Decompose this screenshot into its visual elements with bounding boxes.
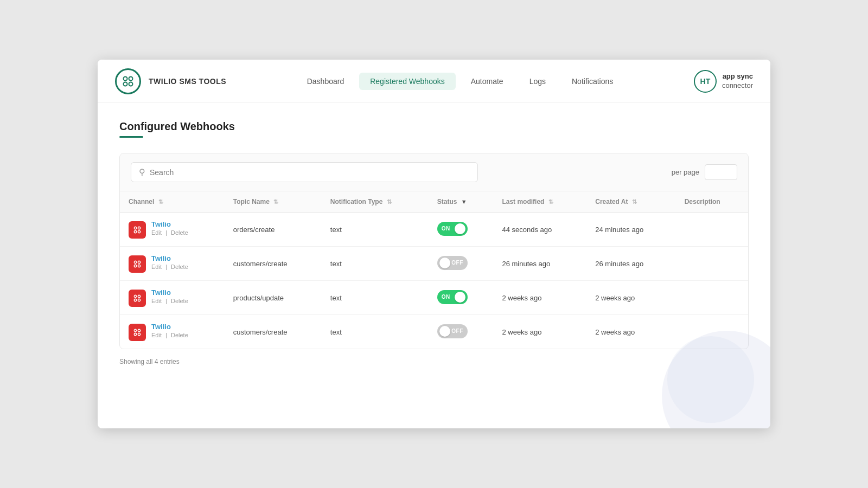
edit-link-3[interactable]: Edit: [151, 332, 162, 338]
table-row: Twilio Edit | Delete products/update tex…: [120, 281, 748, 315]
cell-status-2: ON: [429, 281, 494, 315]
toggle-label-1: OFF: [451, 260, 463, 266]
cell-status-1: OFF: [429, 247, 494, 281]
title-underline: [119, 136, 143, 138]
sort-icon-last-modified: ⇅: [548, 198, 553, 206]
nav-bar: TWILIO SMS TOOLS Dashboard Registered We…: [98, 60, 770, 103]
delete-link-0[interactable]: Delete: [171, 229, 188, 236]
table-container: ⚲ per page 10 Channel ⇅: [119, 153, 749, 349]
toggle-2[interactable]: ON: [437, 290, 468, 304]
svg-point-12: [134, 295, 136, 297]
edit-link-2[interactable]: Edit: [151, 298, 162, 304]
delete-link-2[interactable]: Delete: [171, 298, 188, 304]
toggle-knob-3: [439, 326, 450, 337]
svg-point-3: [129, 82, 133, 86]
toggle-label-0: ON: [442, 226, 450, 232]
svg-point-4: [134, 227, 136, 229]
svg-point-13: [138, 295, 140, 297]
table-header-row: Channel ⇅ Topic Name ⇅ Notification Type…: [120, 191, 748, 213]
cell-description-2: [676, 281, 748, 315]
svg-point-15: [138, 299, 140, 301]
svg-point-16: [134, 329, 136, 331]
toggle-1[interactable]: OFF: [437, 256, 468, 270]
cell-created-at-2: 2 weeks ago: [586, 281, 675, 315]
toggle-wrap-0: ON: [437, 222, 468, 236]
channel-icon-0: [129, 221, 146, 239]
toggle-label-2: ON: [442, 294, 450, 300]
channel-actions-1: Edit | Delete: [151, 264, 188, 270]
logo-text: TWILIO SMS TOOLS: [149, 77, 226, 86]
svg-point-7: [138, 230, 140, 233]
channel-icon-3: [129, 324, 146, 341]
page-content: Configured Webhooks ⚲ per page 10: [98, 103, 770, 428]
user-app-sub: connector: [722, 81, 753, 89]
cell-topic-3: customers/create: [225, 315, 322, 349]
cell-topic-1: customers/create: [225, 247, 322, 281]
svg-point-11: [138, 265, 140, 267]
cell-topic-0: orders/create: [225, 213, 322, 247]
svg-point-6: [134, 230, 136, 233]
sort-icon-created-at: ⇅: [632, 198, 637, 206]
nav-registered-webhooks[interactable]: Registered Webhooks: [359, 73, 455, 90]
channel-name-0: Twilio: [151, 220, 188, 228]
table-row: Twilio Edit | Delete orders/create text …: [120, 213, 748, 247]
divider-1: |: [165, 264, 167, 270]
nav-dashboard[interactable]: Dashboard: [296, 73, 355, 90]
cell-description-3: [676, 315, 748, 349]
toggle-0[interactable]: ON: [437, 222, 468, 236]
delete-link-1[interactable]: Delete: [171, 264, 188, 270]
webhooks-table: Channel ⇅ Topic Name ⇅ Notification Type…: [120, 191, 748, 349]
nav-automate[interactable]: Automate: [460, 73, 514, 90]
toggle-label-3: OFF: [451, 328, 463, 334]
col-created-at: Created At ⇅: [586, 191, 675, 213]
table-row: Twilio Edit | Delete customers/create te…: [120, 315, 748, 349]
cell-last-modified-2: 2 weeks ago: [493, 281, 586, 315]
user-label: app sync connector: [722, 72, 753, 91]
svg-point-0: [124, 76, 127, 80]
cell-last-modified-3: 2 weeks ago: [493, 315, 586, 349]
footer-entries: Showing all 4 entries: [119, 349, 749, 365]
toggle-3[interactable]: OFF: [437, 324, 468, 338]
avatar[interactable]: HT: [694, 70, 717, 93]
toggle-wrap-2: ON: [437, 290, 468, 304]
nav-logs[interactable]: Logs: [519, 73, 557, 90]
search-input-wrap: ⚲: [131, 162, 478, 182]
search-icon: ⚲: [139, 167, 145, 177]
edit-link-0[interactable]: Edit: [151, 229, 162, 236]
col-last-modified: Last modified ⇅: [493, 191, 586, 213]
nav-notifications[interactable]: Notifications: [561, 73, 624, 90]
channel-info-3: Twilio Edit | Delete: [151, 323, 188, 338]
svg-point-8: [134, 261, 136, 263]
cell-channel-1: Twilio Edit | Delete: [120, 247, 225, 281]
toggle-knob-0: [455, 223, 465, 234]
col-topic-name: Topic Name ⇅: [225, 191, 322, 213]
cell-created-at-0: 24 minutes ago: [586, 213, 675, 247]
divider-2: |: [165, 298, 167, 304]
per-page-input[interactable]: 10: [705, 164, 737, 180]
col-description: Description: [676, 191, 748, 213]
sort-icon-channel: ⇅: [158, 198, 163, 206]
sort-icon-status: ▼: [461, 198, 467, 205]
channel-name-3: Twilio: [151, 323, 188, 331]
channel-actions-2: Edit | Delete: [151, 298, 188, 304]
browser-window: TWILIO SMS TOOLS Dashboard Registered We…: [98, 60, 770, 428]
cell-notif-type-0: text: [322, 213, 429, 247]
sort-icon-topic: ⇅: [273, 198, 278, 206]
edit-link-1[interactable]: Edit: [151, 264, 162, 270]
search-input[interactable]: [150, 168, 470, 177]
svg-point-17: [138, 329, 140, 331]
cell-created-at-1: 26 minutes ago: [586, 247, 675, 281]
logo-icon: [115, 68, 141, 94]
user-app-name: app sync: [722, 72, 753, 81]
svg-point-2: [124, 82, 127, 86]
per-page-wrap: per page 10: [672, 164, 737, 180]
cell-notif-type-1: text: [322, 247, 429, 281]
col-status: Status ▼: [429, 191, 494, 213]
channel-name-1: Twilio: [151, 254, 188, 262]
logo-area[interactable]: TWILIO SMS TOOLS: [115, 68, 226, 94]
delete-link-3[interactable]: Delete: [171, 332, 188, 338]
search-row: ⚲ per page 10: [120, 153, 748, 191]
channel-name-2: Twilio: [151, 288, 188, 297]
cell-notif-type-3: text: [322, 315, 429, 349]
nav-links: Dashboard Registered Webhooks Automate L…: [296, 73, 624, 90]
